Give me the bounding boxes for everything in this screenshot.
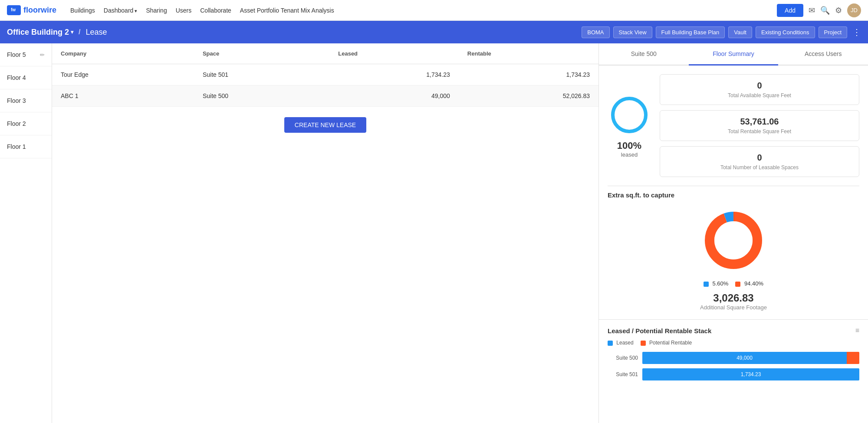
content-area: Company Space Leased Rentable Tour Edge …	[52, 43, 599, 423]
bar-suite501-leased: 1,734.23	[642, 368, 859, 380]
breadcrumb-bar: Office Building 2 ▾ / Lease BOMA Stack V…	[0, 21, 868, 43]
stack-title: Leased / Potential Rentable Stack	[608, 327, 711, 334]
add-button[interactable]: Add	[777, 4, 803, 17]
leased-dot	[608, 341, 613, 346]
search-icon[interactable]: 🔍	[820, 6, 830, 15]
main-layout: Floor 5 ✏ Floor 4 Floor 3 Floor 2 Floor …	[0, 43, 868, 423]
nav-page-title: Asset Portfolio Tenant Mix Analysis	[240, 7, 334, 14]
rentable-value: 52,026.83	[459, 85, 598, 107]
bar-suite500-value: 49,000	[736, 355, 753, 361]
floor4-label: Floor 4	[7, 74, 26, 81]
nav-links: Buildings Dashboard Sharing Users Collab…	[70, 7, 334, 14]
orange-pct: 94.40%	[744, 280, 763, 287]
right-panel: Suite 500 Floor Summary Access Users 100…	[599, 43, 868, 423]
leased-label: Leased	[616, 340, 633, 346]
tab-floor-summary[interactable]: Floor Summary	[689, 43, 779, 66]
floor3-label: Floor 3	[7, 97, 26, 104]
stack-legend: Leased Potential Rentable	[608, 340, 859, 346]
tab-access-users[interactable]: Access Users	[778, 43, 868, 66]
stat-available-sqft: 0 Total Available Square Feet	[660, 74, 859, 105]
breadcrumb: Office Building 2 ▾ / Lease	[7, 28, 107, 37]
rentable-sqft-value: 53,761.06	[667, 117, 852, 127]
svg-text:fw: fw	[11, 7, 16, 12]
lease-table: Company Space Leased Rentable Tour Edge …	[52, 43, 598, 107]
stack-menu-icon[interactable]: ≡	[855, 327, 859, 334]
floor2-label: Floor 2	[7, 120, 26, 127]
leasable-spaces-value: 0	[667, 153, 852, 163]
col-company: Company	[52, 43, 194, 64]
more-options-icon[interactable]: ⋮	[852, 27, 861, 37]
breadcrumb-separator: /	[79, 28, 80, 36]
logo-text: floorwire	[23, 6, 56, 15]
stats-grid: 0 Total Available Square Feet 53,761.06 …	[660, 74, 859, 177]
space-name: Suite 500	[194, 85, 329, 107]
avatar[interactable]: JD	[847, 3, 861, 17]
donut-row: 100% leased 0 Total Available Square Fee…	[608, 74, 859, 177]
settings-icon[interactable]: ⚙	[835, 6, 842, 15]
tab-suite500[interactable]: Suite 500	[599, 43, 689, 66]
breadcrumb-page: Lease	[85, 28, 107, 37]
leased-value: 49,000	[329, 85, 459, 107]
nav-buildings[interactable]: Buildings	[70, 7, 95, 14]
nav-sharing[interactable]: Sharing	[146, 7, 167, 14]
company-name: ABC 1	[52, 85, 194, 107]
floor1-label: Floor 1	[7, 143, 26, 150]
potential-label: Potential Rentable	[649, 340, 692, 346]
vault-button[interactable]: Vault	[728, 26, 752, 38]
potential-dot	[641, 341, 646, 346]
table-row[interactable]: ABC 1 Suite 500 49,000 52,026.83	[52, 85, 598, 107]
leased-value: 1,734.23	[329, 64, 459, 85]
rentable-sqft-label: Total Rentable Square Feet	[667, 128, 852, 134]
project-button[interactable]: Project	[819, 26, 847, 38]
sidebar-item-floor3[interactable]: Floor 3	[0, 89, 52, 112]
sidebar-item-floor1[interactable]: Floor 1	[0, 135, 52, 158]
sidebar-item-floor4[interactable]: Floor 4	[0, 66, 52, 89]
table-row[interactable]: Tour Edge Suite 501 1,734.23 1,734.23	[52, 64, 598, 85]
legend-potential: Potential Rentable	[641, 340, 692, 346]
additional-sqft-label: Additional Square Footage	[700, 304, 767, 311]
stack-section: Leased / Potential Rentable Stack ≡ Leas…	[599, 319, 868, 392]
stack-header: Leased / Potential Rentable Stack ≡	[608, 327, 859, 334]
legend-blue: 5.60%	[704, 280, 729, 287]
additional-sqft-value: 3,026.83	[713, 292, 753, 304]
space-name: Suite 501	[194, 64, 329, 85]
company-name: Tour Edge	[52, 64, 194, 85]
bar-suite501: Suite 501 1,734.23	[608, 368, 859, 380]
logo[interactable]: fw floorwire	[7, 5, 56, 15]
breadcrumb-building[interactable]: Office Building 2 ▾	[7, 28, 73, 37]
svg-point-3	[613, 98, 646, 131]
svg-point-6	[714, 221, 753, 259]
available-sqft-label: Total Available Square Feet	[667, 92, 852, 98]
donut-chart: 100% leased	[608, 93, 651, 158]
stat-rentable-sqft: 53,761.06 Total Rentable Square Feet	[660, 110, 859, 141]
building-name: Office Building 2	[7, 28, 69, 37]
floor5-label: Floor 5	[7, 51, 26, 58]
divider	[608, 186, 859, 186]
col-rentable: Rentable	[459, 43, 598, 64]
existing-conditions-button[interactable]: Existing Conditions	[756, 26, 815, 38]
full-building-base-plan-button[interactable]: Full Building Base Plan	[656, 26, 725, 38]
nav-users[interactable]: Users	[176, 7, 192, 14]
boma-button[interactable]: BOMA	[582, 26, 609, 38]
bar-suite500: Suite 500 49,000	[608, 352, 859, 364]
stat-leasable-spaces: 0 Total Number of Leasable Spaces	[660, 146, 859, 177]
blue-pct: 5.60%	[713, 280, 729, 287]
mail-icon[interactable]: ✉	[809, 6, 815, 15]
stack-view-button[interactable]: Stack View	[613, 26, 652, 38]
chevron-down-icon: ▾	[71, 29, 73, 35]
sidebar-item-floor5[interactable]: Floor 5 ✏	[0, 43, 52, 66]
bar-suite500-potential	[847, 352, 859, 364]
nav-collaborate[interactable]: Collaborate	[200, 7, 231, 14]
pie-legend: 5.60% 94.40%	[704, 280, 763, 287]
nav-dashboard[interactable]: Dashboard	[104, 7, 138, 14]
donut-label: leased	[621, 151, 638, 158]
floor-summary-section: 100% leased 0 Total Available Square Fee…	[599, 66, 868, 319]
legend-leased: Leased	[608, 340, 634, 346]
edit-icon[interactable]: ✏	[40, 52, 45, 58]
sidebar-item-floor2[interactable]: Floor 2	[0, 112, 52, 135]
top-nav: fw floorwire Buildings Dashboard Sharing…	[0, 0, 868, 21]
leasable-spaces-label: Total Number of Leasable Spaces	[667, 164, 852, 171]
pie-chart	[699, 206, 768, 275]
breadcrumb-actions: BOMA Stack View Full Building Base Plan …	[582, 26, 861, 38]
create-new-lease-button[interactable]: CREATE NEW LEASE	[284, 117, 366, 133]
